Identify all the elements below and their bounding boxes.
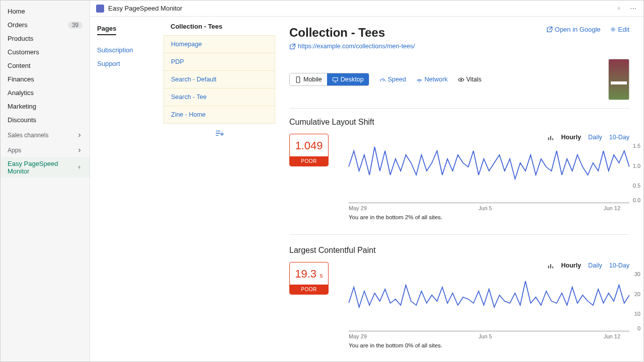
lcp-section: Largest Contentful Paint 19.3 s POOR Hou… [289,246,629,348]
lcp-note: You are in the bottom 0% of all sites. [349,342,629,348]
nav-sales-channels[interactable]: Sales channels [1,127,90,142]
page-title: Collection - Tees [289,26,385,40]
eye-icon [458,76,464,83]
pages-list: Collection - Tees Homepage PDP Search - … [164,17,275,361]
detail-pane: Collection - Tees Open in Google Edit ht… [275,17,643,361]
hourly-btn[interactable]: Hourly [561,262,581,269]
orders-badge: 39 [68,22,83,29]
lcp-status: POOR [290,285,328,294]
cls-score-card: 1.049 POOR [289,134,329,166]
page-item-homepage[interactable]: Homepage [164,35,275,53]
subscription-link[interactable]: Subscription [97,43,156,57]
nav-app-active[interactable]: Easy PageSpeed Monitor [1,157,90,178]
speed-icon [379,76,386,83]
page-thumbnail [608,59,629,100]
app-icon [96,5,104,13]
tenday-btn[interactable]: 10-Day [609,134,629,141]
vitals-tab[interactable]: Vitals [458,76,481,83]
nav-finances[interactable]: Finances [1,72,90,86]
mobile-button[interactable]: Mobile [290,73,327,85]
pages-header: Collection - Tees [164,23,275,35]
bar-chart-icon[interactable] [547,262,554,269]
page-item-pdp[interactable]: PDP [164,53,275,71]
gear-icon [610,26,616,33]
pin-button[interactable] [614,4,623,13]
page-url-link[interactable]: https://example.com/collections/men-tees… [289,43,629,50]
nav-marketing[interactable]: Marketing [1,100,90,113]
nav-products[interactable]: Products [1,32,90,45]
divider [289,234,629,235]
nav-home[interactable]: Home [1,5,90,18]
pages-tab[interactable]: Pages [97,25,116,35]
svg-rect-2 [333,77,338,81]
lcp-title: Largest Contentful Paint [289,246,629,255]
page-item-search-default[interactable]: Search - Default [164,71,275,88]
secondary-sidebar: Pages Subscription Support [90,17,164,361]
network-tab[interactable]: Network [416,76,448,83]
pin-icon [76,164,83,171]
hourly-btn[interactable]: Hourly [561,134,581,141]
svg-point-3 [419,81,420,82]
bar-chart-icon[interactable] [547,134,554,141]
nav-orders[interactable]: Orders39 [1,18,90,32]
add-page-button[interactable] [164,124,275,144]
desktop-icon [332,76,339,83]
cls-note: You are in the bottom 2% of all sites. [349,214,629,220]
cls-status: POOR [290,156,328,166]
page-item-search-tee[interactable]: Search - Tee [164,88,275,106]
chevron-right-icon [76,147,83,153]
network-icon [416,76,423,83]
lcp-score-card: 19.3 s POOR [289,262,329,295]
nav-customers[interactable]: Customers [1,45,90,59]
daily-btn[interactable]: Daily [588,262,602,269]
more-button[interactable]: ⋯ [628,4,637,13]
nav-discounts[interactable]: Discounts [1,113,90,127]
svg-point-4 [460,78,462,80]
open-in-google-link[interactable]: Open in Google [546,26,601,33]
lcp-value: 19.3 s [290,262,328,285]
page-item-zine-home[interactable]: Zine - Home [164,106,275,124]
chevron-right-icon [76,132,83,138]
svg-rect-1 [296,76,300,82]
tenday-btn[interactable]: 10-Day [609,262,629,269]
external-link-icon [546,26,553,33]
edit-link[interactable]: Edit [610,26,629,33]
primary-nav: Home Orders39 Products Customers Content… [1,1,90,361]
nav-content[interactable]: Content [1,59,90,72]
cls-value: 1.049 [290,134,328,156]
external-link-icon [289,43,296,50]
cls-title: Cumulative Layout Shift [289,118,629,127]
device-segment: Mobile Desktop [289,73,369,86]
nav-apps[interactable]: Apps [1,142,90,157]
mobile-icon [295,76,301,83]
topbar: Easy PageSpeed Monitor ⋯ [90,1,643,17]
support-link[interactable]: Support [97,57,156,70]
cls-section: Cumulative Layout Shift 1.049 POOR Hourl… [289,118,629,220]
desktop-button[interactable]: Desktop [327,73,369,85]
svg-point-0 [612,29,613,30]
daily-btn[interactable]: Daily [588,134,602,141]
app-title: Easy PageSpeed Monitor [108,5,182,12]
speed-tab[interactable]: Speed [379,76,406,83]
lcp-chart: 30 20 10 0 [349,271,629,331]
nav-analytics[interactable]: Analytics [1,86,90,100]
cls-chart: 1.5 1.0 0.5 0.0 [349,143,629,203]
